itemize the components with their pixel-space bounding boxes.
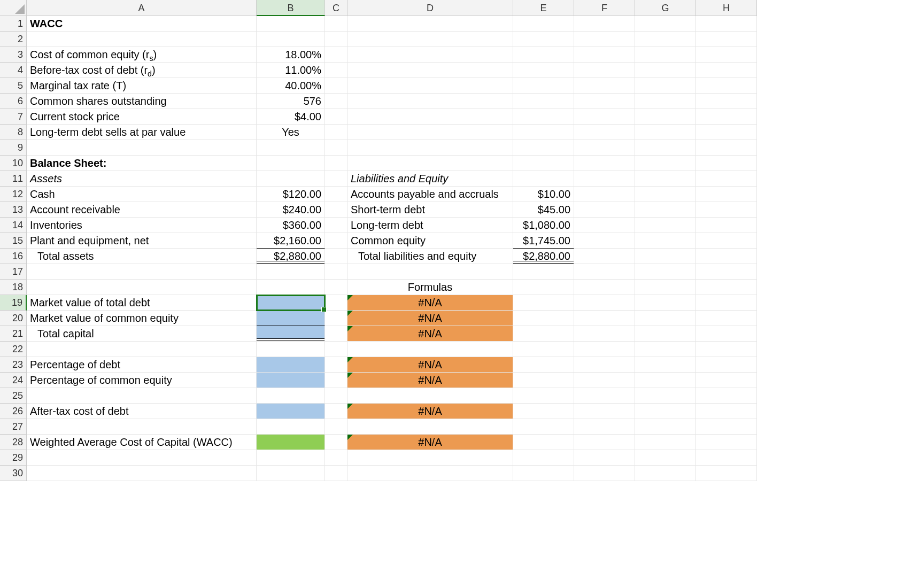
cell-A2[interactable] xyxy=(27,32,257,47)
row-header-4[interactable]: 4 xyxy=(0,63,27,78)
cell-B29[interactable] xyxy=(257,450,325,466)
cell-D25[interactable] xyxy=(347,388,513,404)
cell-E7[interactable] xyxy=(513,109,574,125)
cell-B23[interactable] xyxy=(257,357,325,373)
cell-A26[interactable]: After-tax cost of debt xyxy=(27,404,257,419)
cell-C6[interactable] xyxy=(325,94,347,109)
cell-B20[interactable] xyxy=(257,311,325,326)
cell-A23[interactable]: Percentage of debt xyxy=(27,357,257,373)
cell-E14[interactable]: $1,080.00 xyxy=(513,218,574,233)
cell-F18[interactable] xyxy=(574,280,635,295)
cell-H7[interactable] xyxy=(696,109,757,125)
cell-D12[interactable]: Accounts payable and accruals xyxy=(347,187,513,202)
cell-F19[interactable] xyxy=(574,295,635,311)
cell-C16[interactable] xyxy=(325,249,347,264)
cell-C11[interactable] xyxy=(325,171,347,187)
cell-C17[interactable] xyxy=(325,264,347,280)
cell-G21[interactable] xyxy=(635,326,696,342)
cell-A22[interactable] xyxy=(27,342,257,357)
cell-B15[interactable]: $2,160.00 xyxy=(257,233,325,249)
cell-H12[interactable] xyxy=(696,187,757,202)
cell-E6[interactable] xyxy=(513,94,574,109)
cell-F30[interactable] xyxy=(574,466,635,481)
cell-E21[interactable] xyxy=(513,326,574,342)
row-header-13[interactable]: 13 xyxy=(0,202,27,218)
cell-C20[interactable] xyxy=(325,311,347,326)
cell-G11[interactable] xyxy=(635,171,696,187)
cell-G8[interactable] xyxy=(635,125,696,140)
cell-H30[interactable] xyxy=(696,466,757,481)
cell-F23[interactable] xyxy=(574,357,635,373)
cell-G14[interactable] xyxy=(635,218,696,233)
cell-B28[interactable] xyxy=(257,435,325,450)
cell-E25[interactable] xyxy=(513,388,574,404)
column-header-H[interactable]: H xyxy=(696,0,757,16)
row-header-5[interactable]: 5 xyxy=(0,78,27,94)
cell-D17[interactable] xyxy=(347,264,513,280)
cell-F2[interactable] xyxy=(574,32,635,47)
cell-B24[interactable] xyxy=(257,373,325,388)
cell-C7[interactable] xyxy=(325,109,347,125)
cell-B17[interactable] xyxy=(257,264,325,280)
cell-C9[interactable] xyxy=(325,140,347,156)
cell-E10[interactable] xyxy=(513,156,574,171)
row-header-6[interactable]: 6 xyxy=(0,94,27,109)
cell-H6[interactable] xyxy=(696,94,757,109)
row-header-3[interactable]: 3 xyxy=(0,47,27,63)
row-header-25[interactable]: 25 xyxy=(0,388,27,404)
row-header-15[interactable]: 15 xyxy=(0,233,27,249)
cell-C18[interactable] xyxy=(325,280,347,295)
cell-B21[interactable] xyxy=(257,326,325,342)
cell-F5[interactable] xyxy=(574,78,635,94)
cell-A29[interactable] xyxy=(27,450,257,466)
cell-D16[interactable]: Total liabilities and equity xyxy=(347,249,513,264)
cell-H28[interactable] xyxy=(696,435,757,450)
cell-G26[interactable] xyxy=(635,404,696,419)
cell-F14[interactable] xyxy=(574,218,635,233)
cell-H16[interactable] xyxy=(696,249,757,264)
cell-F6[interactable] xyxy=(574,94,635,109)
cell-G18[interactable] xyxy=(635,280,696,295)
cell-G9[interactable] xyxy=(635,140,696,156)
cell-H1[interactable] xyxy=(696,16,757,32)
cell-D22[interactable] xyxy=(347,342,513,357)
cell-E4[interactable] xyxy=(513,63,574,78)
cell-F22[interactable] xyxy=(574,342,635,357)
cell-C29[interactable] xyxy=(325,450,347,466)
cell-G12[interactable] xyxy=(635,187,696,202)
cell-G15[interactable] xyxy=(635,233,696,249)
cell-F24[interactable] xyxy=(574,373,635,388)
cell-H21[interactable] xyxy=(696,326,757,342)
row-header-19[interactable]: 19 xyxy=(0,295,27,311)
cell-G28[interactable] xyxy=(635,435,696,450)
cell-F4[interactable] xyxy=(574,63,635,78)
column-header-G[interactable]: G xyxy=(635,0,696,16)
cell-F7[interactable] xyxy=(574,109,635,125)
cell-B2[interactable] xyxy=(257,32,325,47)
cell-G22[interactable] xyxy=(635,342,696,357)
cell-D1[interactable] xyxy=(347,16,513,32)
cell-H8[interactable] xyxy=(696,125,757,140)
column-header-F[interactable]: F xyxy=(574,0,635,16)
row-header-18[interactable]: 18 xyxy=(0,280,27,295)
cell-C27[interactable] xyxy=(325,419,347,435)
cell-F15[interactable] xyxy=(574,233,635,249)
cell-A4[interactable]: Before-tax cost of debt (rd) xyxy=(27,63,257,78)
cell-B1[interactable] xyxy=(257,16,325,32)
cell-G7[interactable] xyxy=(635,109,696,125)
row-header-30[interactable]: 30 xyxy=(0,466,27,481)
cell-A12[interactable]: Cash xyxy=(27,187,257,202)
cell-E8[interactable] xyxy=(513,125,574,140)
cell-C22[interactable] xyxy=(325,342,347,357)
cell-A10[interactable]: Balance Sheet: xyxy=(27,156,257,171)
cell-A25[interactable] xyxy=(27,388,257,404)
cell-B12[interactable]: $120.00 xyxy=(257,187,325,202)
cell-H5[interactable] xyxy=(696,78,757,94)
cell-A6[interactable]: Common shares outstanding xyxy=(27,94,257,109)
cell-F17[interactable] xyxy=(574,264,635,280)
cell-H22[interactable] xyxy=(696,342,757,357)
row-header-26[interactable]: 26 xyxy=(0,404,27,419)
cell-H23[interactable] xyxy=(696,357,757,373)
cell-B13[interactable]: $240.00 xyxy=(257,202,325,218)
cell-B14[interactable]: $360.00 xyxy=(257,218,325,233)
